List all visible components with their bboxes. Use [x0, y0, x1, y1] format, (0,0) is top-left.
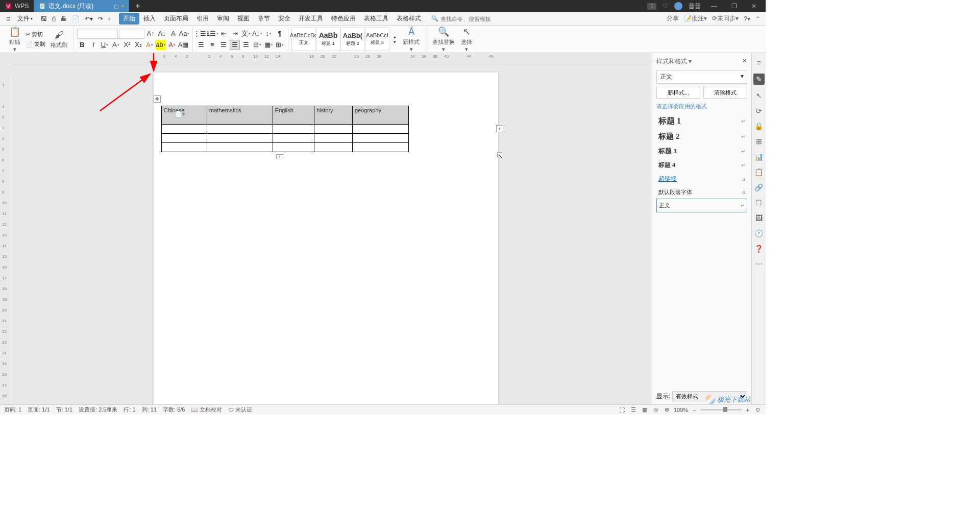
- bold-icon[interactable]: B: [77, 40, 87, 50]
- status-col[interactable]: 列: 11: [142, 406, 157, 414]
- clear-format-icon[interactable]: A̶: [168, 29, 178, 39]
- grow-font-icon[interactable]: A↑: [145, 29, 156, 39]
- font-size-select[interactable]: [119, 29, 144, 39]
- status-proof[interactable]: 📖文档校对: [191, 406, 222, 414]
- strip-more-icon[interactable]: ⋯: [754, 259, 764, 269]
- new-tab-button[interactable]: +: [129, 2, 146, 11]
- strip-grid-icon[interactable]: ⊞: [754, 137, 764, 146]
- menu-review[interactable]: 审阅: [213, 13, 233, 25]
- style-body[interactable]: AaBbCcDd正文: [291, 28, 316, 51]
- menu-section[interactable]: 章节: [254, 13, 274, 25]
- document-tab[interactable]: 语文.docx (只读) ▢ •: [34, 0, 129, 12]
- menu-security[interactable]: 安全: [274, 13, 295, 25]
- paragraph-icon[interactable]: 📄▾: [175, 111, 185, 117]
- strip-help-icon[interactable]: ❓: [754, 244, 764, 253]
- style-list-h1[interactable]: 标题 1↵: [656, 113, 747, 129]
- notification-badge[interactable]: 1: [647, 3, 656, 10]
- align-right-icon[interactable]: ☰: [218, 40, 229, 50]
- change-case-icon[interactable]: Aa: [179, 29, 189, 39]
- strip-lock-icon[interactable]: 🔒: [754, 122, 764, 131]
- minimize-button[interactable]: —: [707, 3, 721, 10]
- user-avatar[interactable]: [674, 2, 682, 10]
- style-list-h4[interactable]: 标题 4↵: [656, 158, 747, 172]
- style-list-h2[interactable]: 标题 2↵: [656, 129, 747, 144]
- status-row[interactable]: 行: 1: [124, 406, 135, 414]
- zoom-in-icon[interactable]: +: [745, 407, 751, 413]
- view-print-icon[interactable]: ☰: [629, 406, 638, 413]
- undo-icon[interactable]: ↶▾: [83, 14, 95, 23]
- superscript-icon[interactable]: X²: [122, 40, 132, 50]
- status-pos[interactable]: 设置值: 2.5厘米: [79, 406, 117, 414]
- zoom-slider[interactable]: [701, 409, 742, 411]
- border-icon[interactable]: ⊞: [275, 40, 285, 50]
- style-h3[interactable]: AaBbCcI标题 3: [365, 28, 389, 51]
- hamburger-icon[interactable]: ≡: [3, 15, 13, 23]
- bullets-icon[interactable]: ⋮☰: [196, 29, 206, 39]
- menu-home[interactable]: 开始: [119, 13, 139, 25]
- new-style-panel-button[interactable]: 新样式...: [656, 87, 700, 99]
- align-center-icon[interactable]: ≡: [207, 40, 217, 50]
- asian-layout-icon[interactable]: 文: [241, 29, 251, 39]
- decrease-indent-icon[interactable]: ⇤: [218, 29, 229, 39]
- table-header-cell[interactable]: history: [314, 106, 353, 125]
- menu-insert[interactable]: 插入: [139, 13, 160, 25]
- justify-icon[interactable]: ☰: [230, 40, 240, 50]
- style-h2[interactable]: AaBb(标题 2: [340, 28, 365, 51]
- strikethrough-icon[interactable]: A̵: [111, 40, 121, 50]
- document-container[interactable]: 6422468101214182022262830343638404446 11…: [0, 53, 652, 404]
- menu-table-styles[interactable]: 表格样式: [393, 13, 425, 25]
- document-page[interactable]: ✥ 📄▾ Chinese mathematics English history…: [154, 73, 498, 404]
- wps-logo[interactable]: WPS: [0, 0, 34, 12]
- find-replace-button[interactable]: 🔍查找替换▾: [429, 25, 458, 54]
- distribute-icon[interactable]: ☰: [241, 40, 251, 50]
- share-button[interactable]: 分享: [667, 14, 679, 23]
- menu-table-tools[interactable]: 表格工具: [360, 13, 393, 25]
- strip-page-icon[interactable]: ☐: [754, 198, 764, 207]
- style-more-icon[interactable]: ▴▾: [389, 34, 400, 44]
- italic-icon[interactable]: I: [88, 40, 99, 50]
- menu-layout[interactable]: 页面布局: [160, 13, 192, 25]
- font-family-select[interactable]: [77, 29, 118, 39]
- style-list-default-font[interactable]: 默认段落字体a: [656, 186, 747, 199]
- status-verify[interactable]: 🛡未认证: [228, 406, 252, 414]
- sort-icon[interactable]: A↓: [252, 29, 262, 39]
- view-web-icon[interactable]: ▦: [641, 406, 649, 413]
- menu-developer[interactable]: 开发工具: [295, 13, 327, 25]
- strip-pencil-icon[interactable]: ✎: [753, 74, 765, 85]
- table-header-cell[interactable]: geography: [352, 106, 408, 125]
- underline-icon[interactable]: U: [100, 40, 110, 50]
- menu-view[interactable]: 视图: [233, 13, 254, 25]
- shrink-font-icon[interactable]: A↓: [157, 29, 167, 39]
- sync-button[interactable]: ⟳未同步▾: [712, 14, 739, 23]
- collapse-ribbon-icon[interactable]: ⌃: [755, 15, 761, 22]
- strip-clock-icon[interactable]: 🕐: [754, 229, 764, 238]
- heart-icon[interactable]: ♡: [663, 3, 668, 10]
- strip-menu-icon[interactable]: ≡: [754, 58, 764, 67]
- strip-link-icon[interactable]: 🔗: [754, 183, 764, 192]
- save-icon[interactable]: 🖫: [39, 14, 49, 23]
- status-page[interactable]: 页面: 1/1: [28, 406, 50, 414]
- status-chars[interactable]: 字数: 6/6: [163, 406, 185, 414]
- panel-close-icon[interactable]: ✕: [742, 57, 747, 66]
- highlight-icon[interactable]: ab: [156, 40, 166, 50]
- search-input[interactable]: [440, 16, 492, 22]
- strip-image-icon[interactable]: 🖼: [754, 213, 764, 223]
- status-section[interactable]: 节: 1/1: [56, 406, 72, 414]
- table-header-cell[interactable]: mathematics: [207, 106, 273, 125]
- increase-indent-icon[interactable]: ⇥: [230, 29, 240, 39]
- strip-clipboard-icon[interactable]: 📋: [754, 167, 764, 177]
- view-fullscreen-icon[interactable]: ⛶: [618, 407, 626, 413]
- show-marks-icon[interactable]: ¶: [275, 29, 285, 39]
- font-color-icon[interactable]: A: [167, 40, 177, 50]
- view-outline-icon[interactable]: ◎: [652, 406, 660, 413]
- print-icon[interactable]: 🖶: [59, 14, 69, 23]
- close-button[interactable]: ✕: [747, 3, 761, 10]
- current-style-select[interactable]: 正文▾: [656, 70, 747, 84]
- table-move-handle[interactable]: ✥: [154, 95, 161, 103]
- style-list-body[interactable]: 正文↵: [656, 199, 747, 212]
- table-resize-handle[interactable]: ⤡: [497, 152, 502, 157]
- view-read-icon[interactable]: ⊕: [663, 406, 671, 413]
- fit-icon[interactable]: ⊙: [754, 406, 762, 413]
- table-header-cell[interactable]: English: [273, 106, 314, 125]
- status-page-no[interactable]: 页码: 1: [4, 406, 21, 414]
